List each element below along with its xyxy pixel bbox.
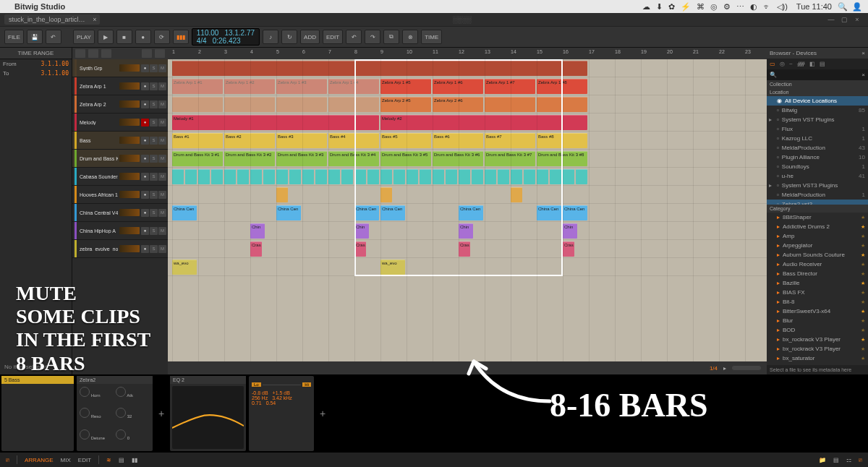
favorite-star-icon[interactable]: ★: [861, 290, 865, 296]
browser-location-item[interactable]: ▸▫System VST Plugins: [767, 115, 868, 124]
close-tab-icon[interactable]: ×: [93, 16, 96, 23]
arm-button[interactable]: ●: [141, 155, 149, 163]
zoom-level[interactable]: 1/4: [710, 365, 718, 372]
browser-category-item[interactable]: ▸BOD★: [767, 325, 868, 335]
clip[interactable]: [511, 169, 522, 184]
clip[interactable]: [367, 169, 379, 184]
panel-toggle-detail[interactable]: ▤: [119, 457, 124, 463]
solo-button[interactable]: S: [150, 173, 158, 181]
clip[interactable]: [263, 169, 275, 184]
favorite-star-icon[interactable]: ★: [861, 327, 865, 333]
clip[interactable]: Bass #4: [328, 133, 379, 148]
arm-button[interactable]: ●: [141, 191, 149, 199]
clip[interactable]: [459, 169, 470, 184]
browser-location-item[interactable]: ▸▫System VST3 Plugins: [767, 181, 868, 190]
clip[interactable]: [420, 169, 431, 184]
clip[interactable]: wa_evo: [380, 260, 405, 275]
clip[interactable]: [393, 169, 405, 184]
browser-tabs[interactable]: ▭ ◎ ~ ᚏ ◧ ▤: [767, 59, 868, 69]
clip[interactable]: Melody #2: [380, 115, 587, 130]
clip[interactable]: [211, 169, 223, 184]
lo-q[interactable]: 0.71: [252, 400, 262, 406]
add-button[interactable]: ADD: [300, 30, 320, 44]
clip[interactable]: [537, 169, 548, 184]
view-mix[interactable]: MIX: [61, 457, 71, 463]
clip[interactable]: [250, 169, 262, 184]
arm-button[interactable]: ●: [141, 100, 149, 108]
favorite-star-icon[interactable]: ★: [861, 280, 865, 286]
browser-location-item[interactable]: ▫Zebra2.vst3: [767, 200, 868, 205]
arm-button[interactable]: ●: [141, 82, 149, 90]
arm-button[interactable]: ●: [141, 173, 149, 181]
arranger-timeline[interactable]: 1234567891011121314151617181920212223 Ze…: [168, 48, 767, 374]
favorite-star-icon[interactable]: ★: [861, 337, 865, 343]
browser-category-item[interactable]: ▸bx_rockrack V3 Player★: [767, 344, 868, 354]
master-solo[interactable]: [88, 49, 98, 58]
solo-button[interactable]: S: [150, 82, 158, 90]
clip[interactable]: Melody #1: [172, 115, 379, 130]
clip[interactable]: [341, 169, 353, 184]
clip[interactable]: China Cen: [354, 205, 379, 220]
close-window-button[interactable]: ×: [851, 16, 864, 23]
browser-category-item[interactable]: ▸Auburn Sounds Couture★: [767, 250, 868, 260]
from-value[interactable]: 3.1.1.00: [41, 61, 69, 67]
mute-button[interactable]: M: [158, 137, 166, 145]
eq-hi-button[interactable]: Hi: [302, 382, 311, 387]
solo-button[interactable]: S: [150, 191, 158, 199]
selected-track-label[interactable]: 5 Bass: [1, 376, 74, 384]
track-header[interactable]: Synth Grp ● S M: [72, 59, 168, 77]
browser-category-item[interactable]: ▸BIAS FX★: [767, 288, 868, 297]
track-header[interactable]: China Central V4 ● S M: [72, 204, 168, 222]
browser-category-item[interactable]: ▸Arpeggiator★: [767, 241, 868, 250]
favorite-star-icon[interactable]: ★: [861, 365, 865, 366]
track-header[interactable]: China HipHop A ● S M: [72, 222, 168, 240]
clip[interactable]: Zebra Arp 1 #5: [380, 79, 431, 94]
spotlight-icon[interactable]: 🔍: [838, 2, 848, 12]
metronome-button[interactable]: ▮▮▮: [173, 30, 189, 44]
clip[interactable]: [576, 169, 587, 184]
lo-gain[interactable]: -0.8 dB: [252, 390, 268, 395]
master-mute[interactable]: [101, 49, 111, 58]
clip[interactable]: [524, 169, 535, 184]
eq-device-name[interactable]: EQ 2: [170, 376, 246, 384]
pointer-tool[interactable]: [142, 49, 152, 58]
clip[interactable]: [380, 187, 392, 202]
solo-button[interactable]: S: [150, 227, 158, 235]
knob-horn[interactable]: Horn: [80, 387, 114, 406]
browser-close-icon[interactable]: ×: [861, 50, 865, 56]
clip[interactable]: China Cen: [380, 205, 405, 220]
browser-category-item[interactable]: ▸bx_saturator★: [767, 354, 868, 363]
favorite-star-icon[interactable]: ★: [861, 243, 865, 249]
clip[interactable]: [172, 61, 587, 76]
mute-button[interactable]: M: [158, 245, 166, 253]
browser-category-item[interactable]: ▸Bazille★: [767, 278, 868, 288]
minimize-button[interactable]: —: [825, 16, 838, 23]
panel-toggle-right[interactable]: ⎚: [859, 457, 862, 463]
panel-toggle-automation[interactable]: ≋: [106, 457, 111, 463]
clip[interactable]: Chin: [563, 223, 577, 239]
clip[interactable]: Chin: [459, 223, 473, 239]
solo-button[interactable]: S: [150, 64, 158, 72]
maximize-button[interactable]: ▢: [838, 16, 851, 23]
clip[interactable]: Zebra Arp 2 #5: [380, 97, 431, 112]
clip[interactable]: [485, 97, 535, 112]
browser-category-item[interactable]: ▸Bass Director★: [767, 269, 868, 278]
project-tab[interactable]: stuck_in_the_loop_articl… ×: [4, 14, 100, 25]
pen-tool[interactable]: [155, 49, 165, 58]
browser-category-item[interactable]: ▸Amp★: [767, 231, 868, 241]
clip[interactable]: [276, 169, 288, 184]
track-header[interactable]: Drum and Bass Kit 3 ● S M: [72, 150, 168, 168]
save-button[interactable]: 💾: [27, 30, 43, 44]
prev-button[interactable]: ↶: [346, 30, 362, 44]
eq-curve[interactable]: [172, 386, 244, 449]
overdub-button[interactable]: ⟳: [154, 30, 170, 44]
hi-gain[interactable]: +1.5 dB: [273, 390, 290, 395]
clip[interactable]: [328, 169, 340, 184]
panel-toggle-browser[interactable]: 📁: [819, 457, 826, 463]
browser-location-item[interactable]: ▫Soundtoys1: [767, 162, 868, 171]
clip[interactable]: Zebra Arp 1 #3: [276, 79, 327, 94]
browser-location-item[interactable]: ▫MeldaProduction43: [767, 143, 868, 153]
favorite-star-icon[interactable]: ★: [861, 356, 865, 361]
clip[interactable]: Zebra Arp 1 #1: [172, 79, 223, 94]
browser-location-item[interactable]: ▫Bitwig85: [767, 106, 868, 115]
